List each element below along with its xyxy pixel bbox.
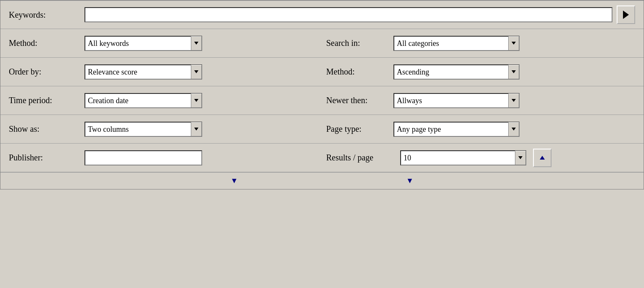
order-method-col: Method: Ascending Descending	[326, 64, 635, 80]
show-as-label: Show as:	[9, 124, 84, 134]
publisher-input[interactable]	[84, 150, 202, 165]
search-in-col: Search in: All categories Titles only Co…	[326, 36, 635, 51]
order-by-col: Order by: Relevance score Creation date …	[9, 64, 318, 80]
results-select-wrapper: 10 20 50 100	[400, 150, 526, 165]
show-as-col: Show as: Two columns One column List	[9, 122, 318, 137]
search-in-label: Search in:	[326, 38, 393, 48]
show-row: Show as: Two columns One column List Pag…	[0, 115, 644, 144]
method-col: Method: All keywords Any keyword Exact p…	[9, 36, 318, 51]
page-type-label: Page type:	[326, 124, 393, 134]
show-as-select[interactable]: Two columns One column List	[84, 122, 202, 137]
search-form: Keywords: Method: All keywords Any keywo…	[0, 0, 644, 189]
page-type-select[interactable]: Any page type Article Blog post	[393, 122, 520, 137]
keywords-input[interactable]	[84, 7, 612, 22]
page-type-select-wrapper: Any page type Article Blog post	[393, 122, 520, 137]
results-label: Results / page	[326, 153, 393, 163]
order-method-label: Method:	[326, 67, 393, 77]
publisher-row: Publisher: Results / page 10 20 50 100	[0, 144, 644, 172]
search-in-select-wrapper: All categories Titles only Content only	[393, 36, 520, 51]
scroll-down-right-icon[interactable]: ▼	[406, 176, 414, 185]
newer-then-label: Newer then:	[326, 96, 393, 105]
keywords-label: Keywords:	[9, 10, 84, 20]
newer-then-select[interactable]: Allways Last week Last month Last year	[393, 93, 520, 108]
order-by-select[interactable]: Relevance score Creation date Title	[84, 64, 202, 80]
method-select[interactable]: All keywords Any keyword Exact phrase	[84, 36, 202, 51]
show-as-select-wrapper: Two columns One column List	[84, 122, 202, 137]
method-select-wrapper: All keywords Any keyword Exact phrase	[84, 36, 202, 51]
bottom-scroll-row: ▼ ▼	[0, 172, 644, 189]
order-method-select-wrapper: Ascending Descending	[393, 64, 520, 80]
results-select[interactable]: 10 20 50 100	[400, 150, 526, 165]
time-period-select-wrapper: Creation date Modification date	[84, 93, 202, 108]
arrow-up-icon	[540, 156, 545, 160]
order-by-label: Order by:	[9, 67, 84, 77]
page-type-col: Page type: Any page type Article Blog po…	[326, 122, 635, 137]
newer-then-select-wrapper: Allways Last week Last month Last year	[393, 93, 520, 108]
order-row: Order by: Relevance score Creation date …	[0, 58, 644, 86]
newer-then-col: Newer then: Allways Last week Last month…	[326, 93, 635, 108]
method-row: Method: All keywords Any keyword Exact p…	[0, 29, 644, 58]
time-period-select[interactable]: Creation date Modification date	[84, 93, 202, 108]
order-by-select-wrapper: Relevance score Creation date Title	[84, 64, 202, 80]
arrow-right-icon	[623, 11, 629, 19]
search-in-select[interactable]: All categories Titles only Content only	[393, 36, 520, 51]
method-label: Method:	[9, 38, 84, 48]
order-method-select[interactable]: Ascending Descending	[393, 64, 520, 80]
time-row: Time period: Creation date Modification …	[0, 86, 644, 115]
publisher-col: Publisher:	[9, 150, 318, 165]
keywords-row: Keywords:	[0, 0, 644, 29]
results-col: Results / page 10 20 50 100	[326, 149, 635, 167]
scroll-up-button[interactable]	[533, 149, 552, 167]
scroll-down-left-icon[interactable]: ▼	[230, 176, 238, 185]
time-period-col: Time period: Creation date Modification …	[9, 93, 318, 108]
time-period-label: Time period:	[9, 96, 84, 105]
submit-button[interactable]	[617, 5, 635, 24]
publisher-label: Publisher:	[9, 153, 84, 163]
